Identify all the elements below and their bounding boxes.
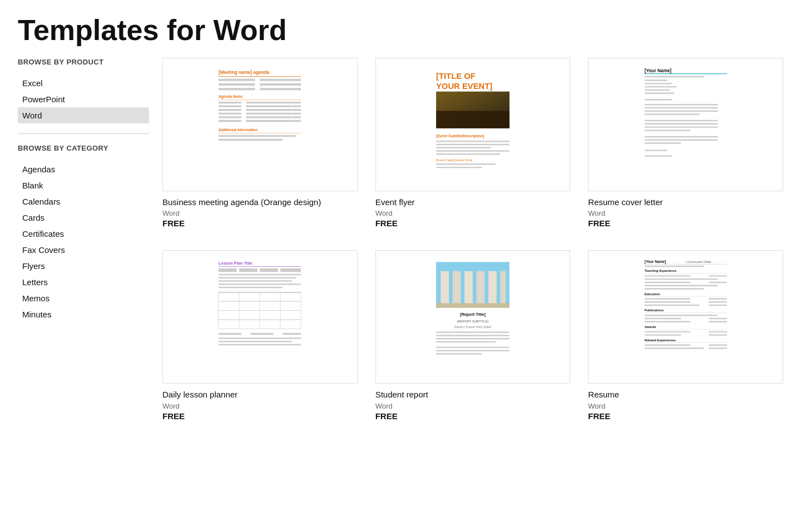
sidebar-item-blank[interactable]: Blank <box>18 177 149 193</box>
svg-rect-51 <box>645 76 704 77</box>
template-card[interactable]: [Report Title] [REPORT SUBTITLE] [Name] … <box>375 250 571 420</box>
template-card[interactable]: [Your Name] | Curriculum Vitae Teaching … <box>588 250 783 420</box>
svg-rect-150 <box>645 318 681 319</box>
svg-rect-38 <box>436 111 510 128</box>
svg-rect-7 <box>219 88 255 90</box>
svg-rect-59 <box>645 107 718 108</box>
svg-rect-4 <box>260 79 301 81</box>
svg-rect-120 <box>436 338 510 339</box>
sidebar-item-agendas[interactable]: Agendas <box>18 161 149 177</box>
page-title: Templates for Word <box>0 0 801 58</box>
svg-rect-103 <box>219 337 301 339</box>
svg-rect-70 <box>645 155 672 156</box>
svg-rect-52 <box>645 79 668 81</box>
svg-rect-12 <box>246 102 292 103</box>
svg-rect-81 <box>219 284 301 285</box>
svg-rect-60 <box>645 110 718 111</box>
sidebar-item-minutes[interactable]: Minutes <box>18 306 149 322</box>
svg-text:[Event Subtitle/Description]: [Event Subtitle/Description] <box>436 134 484 138</box>
svg-rect-15 <box>246 105 292 107</box>
svg-rect-32 <box>219 139 283 141</box>
svg-rect-22 <box>292 113 301 115</box>
template-card[interactable]: Lesson Plan Title <box>162 250 358 420</box>
svg-rect-144 <box>709 301 727 302</box>
browse-by-category-label: BROWSE BY CATEGORY <box>18 144 149 153</box>
svg-rect-54 <box>645 86 677 87</box>
svg-rect-76 <box>260 269 278 272</box>
svg-rect-40 <box>436 141 510 142</box>
svg-text:[Your Name]: [Your Name] <box>645 260 666 264</box>
sidebar-item-flyers[interactable]: Flyers <box>18 258 149 274</box>
svg-rect-14 <box>219 105 241 107</box>
svg-rect-151 <box>709 318 727 319</box>
sidebar-item-word[interactable]: Word <box>18 107 149 123</box>
svg-rect-129 <box>645 266 704 267</box>
svg-rect-162 <box>645 345 690 346</box>
svg-rect-25 <box>292 116 301 118</box>
svg-rect-78 <box>219 274 301 275</box>
svg-rect-104 <box>219 341 292 342</box>
svg-rect-62 <box>645 120 718 121</box>
template-price: FREE <box>375 218 571 228</box>
svg-text:YOUR EVENT]: YOUR EVENT] <box>436 82 492 91</box>
template-title: Event flyer <box>375 197 571 208</box>
svg-rect-16 <box>292 105 301 107</box>
sidebar-item-fax-covers[interactable]: Fax Covers <box>18 242 149 258</box>
svg-text:[Report Title]: [Report Title] <box>460 312 486 317</box>
svg-rect-80 <box>219 280 292 281</box>
template-card[interactable]: [Your Name] <box>588 58 783 228</box>
svg-rect-158 <box>645 335 681 336</box>
product-list: Excel PowerPoint Word <box>18 75 149 123</box>
svg-rect-163 <box>709 345 727 346</box>
template-product: Word <box>375 402 571 410</box>
sidebar-item-excel[interactable]: Excel <box>18 75 149 91</box>
svg-rect-18 <box>246 109 292 111</box>
sidebar-item-cards[interactable]: Cards <box>18 210 149 226</box>
svg-rect-109 <box>453 271 461 308</box>
template-price: FREE <box>375 411 571 421</box>
template-card[interactable]: [Meeting name] agenda Agenda Items <box>162 58 358 228</box>
sidebar-item-calendars[interactable]: Calendars <box>18 193 149 210</box>
template-product: Word <box>162 209 358 217</box>
sidebar-item-memos[interactable]: Memos <box>18 290 149 306</box>
svg-rect-66 <box>645 136 718 137</box>
svg-text:Education: Education <box>645 292 660 296</box>
svg-rect-53 <box>645 83 672 84</box>
svg-text:Publications: Publications <box>645 309 664 312</box>
template-thumbnail: [Meeting name] agenda Agenda Items <box>162 58 358 191</box>
sidebar-item-certificates[interactable]: Certificates <box>18 226 149 242</box>
template-title: Business meeting agenda (Orange design) <box>162 197 358 208</box>
svg-rect-157 <box>709 331 727 332</box>
svg-rect-67 <box>645 139 718 140</box>
svg-rect-146 <box>709 305 727 306</box>
svg-rect-101 <box>251 333 274 335</box>
svg-text:[Name] | [Course Title] | [Dat: [Name] | [Course Title] | [Date] <box>454 326 492 329</box>
svg-rect-43 <box>436 150 510 151</box>
svg-rect-17 <box>219 109 241 111</box>
svg-rect-135 <box>645 282 690 283</box>
svg-rect-57 <box>645 99 672 100</box>
template-product: Word <box>588 209 783 217</box>
template-thumbnail: [Your Name] <box>588 58 783 191</box>
svg-rect-164 <box>645 347 704 349</box>
svg-rect-27 <box>246 120 292 122</box>
template-thumbnail: [Report Title] [REPORT SUBTITLE] [Name] … <box>375 250 571 384</box>
svg-rect-134 <box>645 279 718 280</box>
svg-text:[REPORT SUBTITLE]: [REPORT SUBTITLE] <box>457 320 488 323</box>
sidebar-item-powerpoint[interactable]: PowerPoint <box>18 91 149 107</box>
template-thumbnail: Lesson Plan Title <box>162 250 358 384</box>
template-price: FREE <box>162 411 358 421</box>
svg-rect-137 <box>645 285 718 286</box>
svg-text:[Event Date]  [Event Time]: [Event Date] [Event Time] <box>436 158 473 162</box>
svg-rect-24 <box>246 116 292 118</box>
svg-text:Additional Information: Additional Information <box>219 128 258 132</box>
template-product: Word <box>162 402 358 410</box>
template-card[interactable]: [TITLE OF YOUR EVENT] <box>375 58 571 228</box>
template-price: FREE <box>588 411 783 421</box>
svg-rect-19 <box>292 109 301 111</box>
svg-rect-119 <box>436 335 510 336</box>
svg-text:[Meeting name] agenda: [Meeting name] agenda <box>219 70 270 75</box>
sidebar-item-letters[interactable]: Letters <box>18 274 149 290</box>
svg-rect-153 <box>709 321 727 322</box>
templates-grid: [Meeting name] agenda Agenda Items <box>162 58 783 421</box>
